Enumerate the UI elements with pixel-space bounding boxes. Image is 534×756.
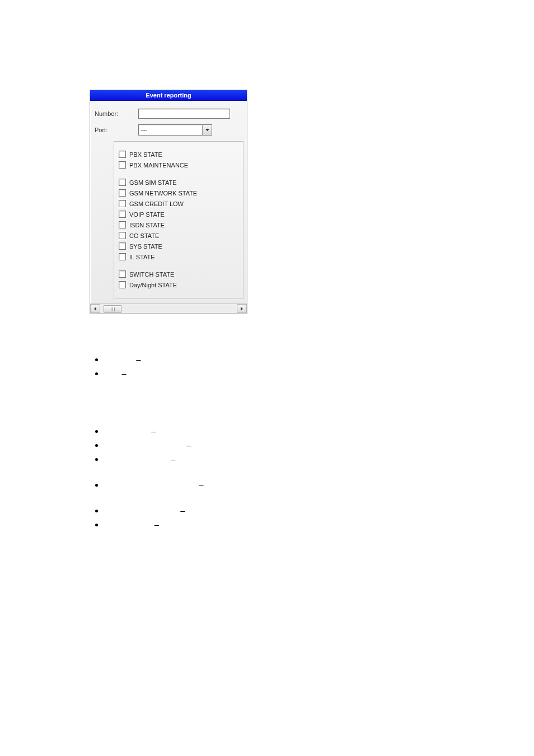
checkbox-sys-state[interactable]: SYS STATE — [119, 242, 238, 250]
scroll-right-icon[interactable] — [237, 304, 247, 313]
checkbox-icon — [119, 161, 126, 169]
checkbox-il-state[interactable]: IL STATE — [119, 253, 238, 260]
checkbox-icon — [119, 281, 126, 288]
svg-marker-0 — [205, 129, 209, 131]
checkbox-label: Day/Night STATE — [129, 282, 177, 288]
checkbox-icon — [119, 242, 126, 250]
checkbox-label: GSM SIM STATE — [129, 179, 177, 186]
checkbox-pbx-state[interactable]: PBX STATE — [119, 151, 238, 158]
checkbox-icon — [119, 211, 126, 218]
svg-marker-1 — [94, 307, 96, 311]
scroll-left-icon[interactable] — [90, 304, 100, 313]
checkbox-day-night-state[interactable]: Day/Night STATE — [119, 281, 238, 288]
checkbox-label: SWITCH STATE — [129, 271, 174, 278]
checkbox-label: CO STATE — [129, 232, 159, 239]
params-list: Number–the telephone number to which SMS… — [90, 353, 481, 391]
port-row: Port: --- — [95, 124, 242, 136]
events-list: PBX STATE–an SMS message will be sent on… — [90, 425, 481, 542]
window-body: Number: Port: --- PBX STATE — [90, 101, 247, 304]
list-item: Port–the GSM port via which SMS messages… — [104, 367, 481, 391]
checkbox-label: VOIP STATE — [129, 211, 165, 218]
checkbox-icon — [119, 232, 126, 239]
checkbox-gsm-sim-state[interactable]: GSM SIM STATE — [119, 179, 238, 186]
port-label: Port: — [95, 127, 138, 133]
checkbox-gsm-network-state[interactable]: GSM NETWORK STATE — [119, 189, 238, 197]
list-item: GSM SIM STATE–an SMS message will be sen… — [104, 453, 481, 477]
checkbox-label: GSM NETWORK STATE — [129, 190, 197, 197]
checkbox-isdn-state[interactable]: ISDN STATE — [119, 221, 238, 228]
list-item: PBX STATE–an SMS message will be sent on… — [104, 425, 481, 437]
checkbox-pbx-maintenance[interactable]: PBX MAINTENANCE — [119, 161, 238, 169]
checkbox-icon — [119, 253, 126, 260]
scroll-track[interactable] — [100, 304, 237, 313]
horizontal-scrollbar[interactable] — [90, 304, 247, 313]
checkbox-label: PBX MAINTENANCE — [129, 162, 188, 169]
checkbox-icon — [119, 200, 126, 207]
checkbox-icon — [119, 189, 126, 197]
scroll-thumb[interactable] — [104, 305, 121, 313]
checkbox-gsm-credit-low[interactable]: GSM CREDIT LOW — [119, 200, 238, 207]
checkbox-label: PBX STATE — [129, 151, 162, 158]
list-item: VOIP STATE–an SMS message will be sent o… — [104, 519, 481, 542]
number-row: Number: — [95, 109, 242, 119]
list-item: PBX MAINTENANCE–an SMS message will be s… — [104, 439, 481, 451]
window-title: Event reporting — [90, 90, 247, 101]
checkbox-icon — [119, 179, 126, 186]
checkbox-label: IL STATE — [129, 254, 155, 260]
number-input[interactable] — [138, 109, 230, 119]
checkbox-label: ISDN STATE — [129, 222, 165, 228]
list-item: Number–the telephone number to which SMS… — [104, 353, 481, 365]
params-intro: Parameters: — [90, 336, 481, 348]
checkbox-label: SYS STATE — [129, 243, 162, 250]
event-reporting-window: Event reporting Number: Port: --- — [90, 90, 247, 314]
checkbox-icon — [119, 151, 126, 158]
checkbox-icon — [119, 270, 126, 278]
events-intro: Events to be reported: — [90, 408, 481, 419]
list-item: GSM CREDIT LOW–an SMS message will be se… — [104, 505, 481, 516]
checkbox-label: GSM CREDIT LOW — [129, 200, 184, 207]
checkbox-switch-state[interactable]: SWITCH STATE — [119, 270, 238, 278]
port-select[interactable]: --- — [138, 124, 212, 136]
checkbox-voip-state[interactable]: VOIP STATE — [119, 211, 238, 218]
checkbox-icon — [119, 221, 126, 228]
events-groupbox: PBX STATE PBX MAINTENANCE GSM SIM STATE … — [114, 141, 243, 299]
number-label: Number: — [95, 110, 138, 117]
checkbox-co-state[interactable]: CO STATE — [119, 232, 238, 239]
chevron-down-icon[interactable] — [202, 125, 212, 135]
port-select-value: --- — [139, 125, 202, 135]
body-text: Parameters: Number–the telephone number … — [90, 336, 481, 542]
svg-marker-2 — [241, 307, 243, 311]
list-item: GSM NETWORK STATE–an SMS message will be… — [104, 479, 481, 502]
